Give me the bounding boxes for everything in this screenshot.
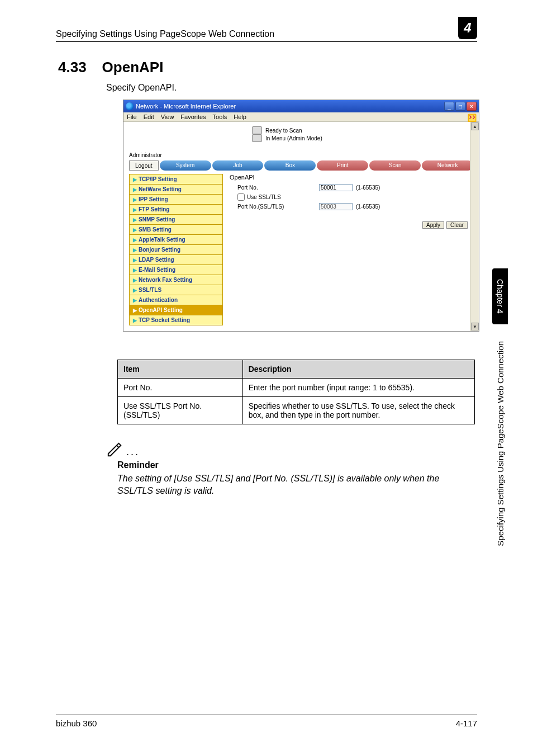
maximize-button[interactable]: □ [455,102,465,111]
sidebar-item-tcpip[interactable]: ▶TCP/IP Setting [129,174,223,185]
arrow-icon: ▶ [133,308,137,313]
sidebar-item-label: FTP Setting [139,206,169,212]
sidebar-item-label: TCP Socket Setting [139,317,190,323]
arrow-icon: ▶ [133,237,137,243]
table-cell-desc: Enter the port number (input range: 1 to… [242,379,474,397]
tab-job[interactable]: Job [212,160,264,171]
clear-button[interactable]: Clear [446,221,468,229]
status-line-2: In Menu (Admin Mode) [265,135,322,141]
sidebar-item-label: NetWare Setting [139,186,182,192]
page-header-title: Specifying Settings Using PageScope Web … [56,29,274,39]
ie-icon [126,102,134,110]
content-area: ▲ ▼ Ready to Scan In Menu (Admin Mode) A… [123,122,479,331]
sidebar-item-label: E-Mail Setting [139,267,175,273]
menu-favorites[interactable]: Favorites [180,114,206,120]
logout-button[interactable]: Logout [129,160,159,171]
footer-left: bizhub 360 [56,719,97,728]
minimize-button[interactable]: _ [444,102,454,111]
sidebar-item-ipp[interactable]: ▶IPP Setting [129,195,223,205]
panel-title: OpenAPI [230,174,471,181]
reminder-heading: Reminder [117,460,533,470]
side-vertical-text: Specifying Settings Using PageScope Web … [496,341,505,546]
sidebar-item-ldap[interactable]: ▶LDAP Setting [129,255,223,265]
page-footer: bizhub 360 4-117 [56,715,477,728]
port-input[interactable] [319,184,353,191]
arrow-icon: ▶ [133,287,137,293]
scrollbar[interactable]: ▲ ▼ [470,122,479,331]
chapter-badge: 4 [458,17,477,39]
arrow-icon: ▶ [133,187,137,192]
sidebar-item-label: SSL/TLS [139,287,161,293]
section-title: OpenAPI [102,59,164,75]
status-icon-2 [252,134,262,142]
admin-label: Administrator [129,152,473,158]
menu-help[interactable]: Help [234,114,246,120]
tab-system[interactable]: System [160,160,211,171]
sidebar-item-label: SNMP Setting [139,216,175,223]
sidebar-item-email[interactable]: ▶E-Mail Setting [129,265,223,275]
arrow-icon: ▶ [133,197,137,202]
tab-scan[interactable]: Scan [369,160,421,171]
use-ssl-checkbox[interactable] [237,193,245,201]
sidebar-item-appletalk[interactable]: ▶AppleTalk Setting [129,235,223,245]
close-button[interactable]: × [467,102,477,111]
description-table: Item Description Port No. Enter the port… [117,360,475,424]
port-ssl-label: Port No.(SSL/TLS) [230,204,319,210]
sidebar-item-label: IPP Setting [139,196,168,202]
tab-box[interactable]: Box [264,160,316,171]
arrow-icon: ▶ [133,257,137,263]
titlebar: Network - Microsoft Internet Explorer _ … [123,100,479,112]
arrow-icon: ▶ [133,227,137,233]
side-chapter-tab: Chapter 4 [492,268,508,324]
sidebar-item-label: AppleTalk Setting [139,237,185,243]
sidebar-item-label: OpenAPI Setting [139,307,183,313]
table-row: Port No. Enter the port number (input ra… [118,379,475,397]
port-ssl-range: (1-65535) [356,204,380,210]
arrow-icon: ▶ [133,318,137,323]
port-ssl-input[interactable] [319,203,353,210]
sidebar-item-label: Network Fax Setting [139,277,192,283]
arrow-icon: ▶ [133,247,137,253]
sidebar-item-netware[interactable]: ▶NetWare Setting [129,185,223,195]
sidebar-item-bonjour[interactable]: ▶Bonjour Setting [129,245,223,255]
menu-tools[interactable]: Tools [213,114,227,120]
sidebar-item-ftp[interactable]: ▶FTP Setting [129,205,223,215]
menu-file[interactable]: File [127,114,137,120]
menu-edit[interactable]: Edit [144,114,154,120]
arrow-icon: ▶ [133,217,137,223]
sidebar: ▶TCP/IP Setting ▶NetWare Setting ▶IPP Se… [129,174,223,325]
apply-button[interactable]: Apply [422,221,444,229]
sidebar-item-snmp[interactable]: ▶SNMP Setting [129,215,223,225]
tab-network[interactable]: Network [422,160,473,171]
note-icon: ... [106,441,533,458]
scroll-down-button[interactable]: ▼ [471,323,479,330]
menu-view[interactable]: View [161,114,174,120]
scroll-up-button[interactable]: ▲ [471,122,479,130]
content-panel: OpenAPI Port No. (1-65535) Use SSL/TLS P… [227,174,473,325]
sidebar-item-label: SMB Setting [139,226,172,233]
arrow-icon: ▶ [133,277,137,283]
menubar: File Edit View Favorites Tools Help [123,112,479,122]
table-cell-item: Port No. [118,379,243,397]
arrow-icon: ▶ [133,297,137,303]
tab-print[interactable]: Print [317,160,368,171]
section-number: 4.33 [58,59,87,75]
sidebar-item-label: LDAP Setting [139,257,174,263]
sidebar-item-openapi[interactable]: ▶OpenAPI Setting [129,305,223,315]
table-cell-desc: Specifies whether to use SSL/TLS. To use… [242,397,474,424]
table-head-desc: Description [242,360,474,379]
sidebar-item-ssltls[interactable]: ▶SSL/TLS [129,285,223,295]
table-cell-item: Use SSL/TLS Port No. (SSL/TLS) [118,397,243,424]
reminder-body: The setting of [Use SSL/TLS] and [Port N… [117,472,477,497]
sidebar-item-auth[interactable]: ▶Authentication [129,295,223,305]
sidebar-item-tcpsocket[interactable]: ▶TCP Socket Setting [129,315,223,325]
table-row: Use SSL/TLS Port No. (SSL/TLS) Specifies… [118,397,475,424]
status-line-1: Ready to Scan [265,127,302,134]
sidebar-item-smb[interactable]: ▶SMB Setting [129,225,223,235]
sidebar-item-label: Bonjour Setting [139,247,180,253]
port-label: Port No. [230,185,319,191]
section-heading: 4.33OpenAPI [58,59,533,76]
sidebar-item-label: Authentication [139,297,178,303]
note-dots-icon: ... [126,446,140,458]
sidebar-item-networkfax[interactable]: ▶Network Fax Setting [129,275,223,285]
